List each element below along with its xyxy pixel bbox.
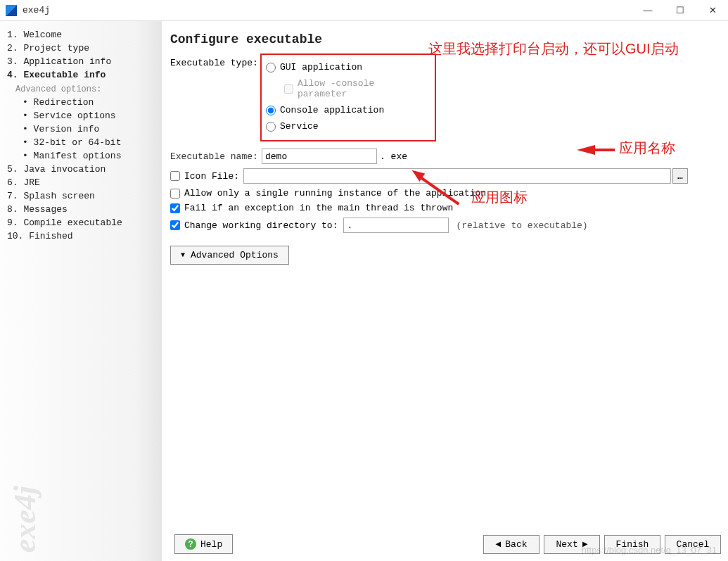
step-jre[interactable]: 6. JRE xyxy=(7,176,158,189)
icon-file-input xyxy=(243,168,671,184)
checkbox-allow-console-param xyxy=(284,84,293,94)
step-project-type[interactable]: 2. Project type xyxy=(7,42,158,55)
checkbox-single-instance[interactable] xyxy=(170,189,180,198)
executable-extension: . exe xyxy=(380,151,407,162)
finish-label: Finish xyxy=(616,539,649,550)
allow-console-label: Allow -console parameter xyxy=(298,78,428,99)
wizard-footer: ? Help ◄ Back Next ► Finish Cancel xyxy=(170,534,721,554)
executable-name-input[interactable] xyxy=(262,149,377,164)
arrow-left-icon: ◄ xyxy=(495,539,501,550)
step-application-info[interactable]: 3. Application info xyxy=(7,55,158,68)
cwd-hint: (relative to executable) xyxy=(456,220,587,231)
checkbox-change-cwd[interactable] xyxy=(170,220,180,230)
wizard-sidebar: 1. Welcome 2. Project type 3. Applicatio… xyxy=(0,21,162,561)
adv-service-options[interactable]: Service options xyxy=(23,109,158,122)
cwd-input[interactable] xyxy=(343,218,449,233)
executable-type-label: Executable type: xyxy=(170,58,258,68)
radio-console-application[interactable] xyxy=(266,106,276,115)
maximize-button[interactable]: ☐ xyxy=(670,5,690,15)
page-title: Configure executable xyxy=(170,32,728,46)
executable-name-label: Executable name: xyxy=(170,151,262,162)
brand-logo: exe4j xyxy=(7,486,43,553)
executable-type-group: GUI application Allow -console parameter… xyxy=(260,53,436,141)
close-button[interactable]: ✕ xyxy=(703,5,722,15)
change-cwd-label: Change working directory to: xyxy=(184,220,338,231)
adv-32-64-bit[interactable]: 32-bit or 64-bit xyxy=(23,136,158,149)
checkbox-fail-exception[interactable] xyxy=(170,203,180,213)
adv-redirection[interactable]: Redirection xyxy=(23,96,158,109)
arrow-right-icon: ► xyxy=(582,539,588,550)
back-label: Back xyxy=(505,539,527,550)
app-icon xyxy=(6,5,17,16)
radio-gui-label: GUI application xyxy=(280,62,362,73)
main-content: Configure executable Executable type: GU… xyxy=(162,21,728,561)
step-java-invocation[interactable]: 5. Java invocation xyxy=(7,163,158,176)
window-title: exe4j xyxy=(23,5,638,15)
next-button[interactable]: Next ► xyxy=(544,535,600,554)
help-icon: ? xyxy=(185,538,196,550)
radio-console-label: Console application xyxy=(280,105,384,115)
advanced-options-header: Advanced options: xyxy=(7,82,158,96)
finish-button[interactable]: Finish xyxy=(604,535,660,554)
help-button[interactable]: ? Help xyxy=(174,534,233,554)
titlebar: exe4j — ☐ ✕ xyxy=(0,0,728,21)
dropdown-triangle-icon: ▼ xyxy=(181,251,185,259)
step-welcome[interactable]: 1. Welcome xyxy=(7,28,158,42)
advanced-options-button[interactable]: ▼ Advanced Options xyxy=(170,246,289,265)
next-label: Next xyxy=(556,539,577,550)
step-finished[interactable]: 10. Finished xyxy=(7,229,158,243)
step-messages[interactable]: 8. Messages xyxy=(7,203,158,216)
radio-service-label: Service xyxy=(280,121,319,132)
cancel-label: Cancel xyxy=(677,539,710,550)
advanced-options-list: Redirection Service options Version info… xyxy=(7,96,158,163)
help-label: Help xyxy=(200,539,222,550)
step-splash-screen[interactable]: 7. Splash screen xyxy=(7,189,158,203)
step-list: 1. Welcome 2. Project type 3. Applicatio… xyxy=(7,28,158,82)
step-compile-executable[interactable]: 9. Compile executable xyxy=(7,216,158,229)
fail-exception-label: Fail if an exception in the main thread … xyxy=(184,203,453,213)
single-instance-label: Allow only a single running instance of … xyxy=(184,188,486,198)
icon-file-label: Icon File: xyxy=(184,171,243,182)
minimize-button[interactable]: — xyxy=(638,5,658,15)
checkbox-icon-file[interactable] xyxy=(170,171,180,181)
cancel-button[interactable]: Cancel xyxy=(665,535,721,554)
advanced-options-text: Advanced Options xyxy=(191,250,279,260)
adv-manifest-options[interactable]: Manifest options xyxy=(23,149,158,163)
adv-version-info[interactable]: Version info xyxy=(23,122,158,136)
icon-file-browse-button[interactable]: … xyxy=(672,168,688,184)
radio-gui-application[interactable] xyxy=(266,63,276,73)
step-executable-info[interactable]: 4. Executable info xyxy=(7,68,158,82)
radio-service[interactable] xyxy=(266,122,276,132)
back-button[interactable]: ◄ Back xyxy=(483,535,539,554)
step-list-2: 5. Java invocation 6. JRE 7. Splash scre… xyxy=(7,163,158,243)
